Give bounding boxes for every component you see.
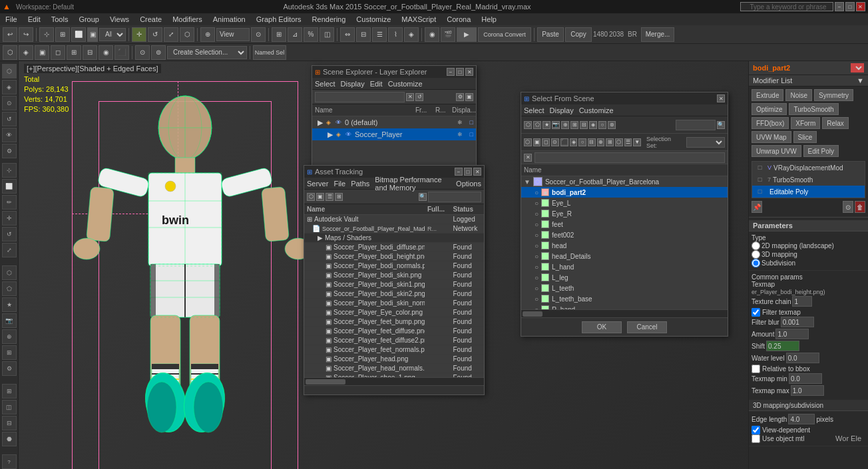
sfs-row-eye-r[interactable]: ○ Eye_R bbox=[521, 208, 728, 219]
at-cols-btn[interactable]: ⊞ bbox=[335, 193, 343, 201]
se-search-input[interactable] bbox=[315, 92, 405, 102]
at-row-maps[interactable]: ▶ Maps / Shaders bbox=[304, 234, 484, 243]
layer-btn[interactable]: ☰ bbox=[372, 27, 387, 42]
move-btn2[interactable]: ✛ bbox=[2, 211, 17, 226]
scale-btn2[interactable]: ⤢ bbox=[2, 243, 17, 257]
at-file-14[interactable]: ▣ Soccer_Player_shoe_1.png Found bbox=[304, 373, 484, 378]
at-file-6[interactable]: ▣ Soccer_Player_bodi_skin_normals.png Fo… bbox=[304, 299, 484, 308]
motion-tab[interactable]: ↺ bbox=[2, 112, 17, 126]
view-dependent-checkbox[interactable]: View-dependent bbox=[752, 426, 865, 434]
select-object-btn[interactable]: ⊹ bbox=[2, 163, 17, 178]
align-btn[interactable]: ⊟ bbox=[356, 27, 371, 42]
search-box[interactable]: Type a keyword or phrase bbox=[740, 2, 833, 11]
paint-sel-btn[interactable]: ✏ bbox=[2, 195, 17, 210]
object-color-selector[interactable] bbox=[851, 63, 864, 73]
modifier-editable-poly[interactable]: ☐ Editable Poly bbox=[752, 186, 865, 198]
at-file-5[interactable]: ▣ Soccer_Player_bodi_skin2.png Found bbox=[304, 289, 484, 299]
redo-btn[interactable]: ↪ bbox=[19, 27, 33, 42]
display-tab[interactable]: 👁 bbox=[2, 128, 17, 142]
menu-views[interactable]: Views bbox=[107, 15, 132, 23]
se-settings-btn[interactable]: ⚙ bbox=[456, 93, 464, 101]
menu-create[interactable]: Create bbox=[137, 15, 164, 23]
type-subdiv-radio[interactable]: Subdivision bbox=[752, 259, 865, 267]
maximize-btn[interactable]: □ bbox=[845, 2, 855, 11]
corona-convert-btn[interactable]: Corona Convert bbox=[478, 27, 531, 42]
select-name-btn[interactable]: ⊞ bbox=[55, 27, 70, 42]
view-dropdown[interactable]: View bbox=[216, 28, 250, 41]
utilities-tab[interactable]: ⚙ bbox=[2, 144, 17, 158]
extrude-btn[interactable]: Extrude bbox=[752, 89, 783, 101]
se-menu-display[interactable]: Display bbox=[341, 80, 365, 88]
sfs-name-search[interactable] bbox=[535, 152, 725, 163]
menu-tools[interactable]: Tools bbox=[49, 15, 71, 23]
create-sys-btn[interactable]: ⚙ bbox=[2, 361, 17, 376]
render-btn[interactable]: ▶ bbox=[457, 27, 477, 42]
sub7-btn[interactable]: ⬛ bbox=[114, 45, 129, 60]
select-filter-dropdown[interactable]: All bbox=[99, 28, 126, 41]
sfs-t12[interactable]: ☰ bbox=[624, 138, 632, 146]
texmap-min-input[interactable] bbox=[789, 373, 822, 384]
type-3d-radio[interactable]: 3D mapping bbox=[752, 250, 865, 259]
sfs-row-l-teeth[interactable]: ○ L_teeth bbox=[521, 283, 728, 293]
select-btn[interactable]: ⊹ bbox=[39, 27, 54, 42]
undo-btn[interactable]: ↩ bbox=[3, 27, 17, 42]
sfs-menu-select[interactable]: Select bbox=[524, 106, 544, 114]
modifier-vray[interactable]: ☐ V VRayDisplacementMod bbox=[752, 162, 865, 174]
sfs-row-r-hand[interactable]: ○ R_hand bbox=[521, 304, 728, 309]
sfs-geo-btn[interactable]: ⬡ bbox=[524, 121, 532, 129]
menu-help[interactable]: Help bbox=[479, 15, 499, 23]
texture-chain-input[interactable] bbox=[792, 296, 812, 307]
at-file-10[interactable]: ▣ Soccer_Player_feet_diffuse2.png Found bbox=[304, 336, 484, 345]
at-import-btn[interactable]: ⬡ bbox=[307, 193, 315, 201]
modifier-turbosmooth[interactable]: ☐ 7 TurboSmooth bbox=[752, 174, 865, 186]
sfs-close-btn[interactable]: ✕ bbox=[717, 94, 725, 102]
sfs-search-input[interactable] bbox=[676, 120, 716, 130]
sub4-btn[interactable]: ⊞ bbox=[67, 45, 81, 60]
at-row-file[interactable]: 📄 Soccer_or_Football_Player_Real_Madrid_… bbox=[304, 224, 484, 234]
schematic-btn[interactable]: ◈ bbox=[404, 27, 419, 42]
sfs-shape-btn[interactable]: ⬠ bbox=[533, 121, 541, 129]
noise-btn[interactable]: Noise bbox=[785, 89, 812, 101]
curve-editor-btn[interactable]: ⌇ bbox=[388, 27, 403, 42]
at-file-7[interactable]: ▣ Soccer_Player_Eye_color.png Found bbox=[304, 308, 484, 317]
snap-3d-btn[interactable]: ⊞ bbox=[2, 384, 17, 398]
at-file-1[interactable]: ▣ Soccer_Player_bodi_height.png Found bbox=[304, 252, 484, 261]
sub5-btn[interactable]: ⊟ bbox=[83, 45, 97, 60]
sfs-t3[interactable]: ◻ bbox=[542, 138, 550, 146]
menu-group[interactable]: Group bbox=[76, 15, 102, 23]
at-grid-btn[interactable]: ▣ bbox=[316, 193, 324, 201]
sfs-row-l-hand[interactable]: ○ L_hand bbox=[521, 261, 728, 272]
menu-rendering[interactable]: Rendering bbox=[310, 15, 349, 23]
move-btn[interactable]: ✛ bbox=[132, 27, 146, 42]
at-row-vault[interactable]: ⊞ Autodesk Vault Logged bbox=[304, 215, 484, 224]
sfs-row-l-teeth-base[interactable]: ○ L_teeth_base bbox=[521, 293, 728, 304]
turbosmooth-btn[interactable]: TurboSmooth bbox=[789, 103, 838, 115]
pivot-btn[interactable]: ⊙ bbox=[251, 27, 266, 42]
keyboard-shortcut-btn[interactable]: ? bbox=[2, 454, 17, 469]
menu-maxscript[interactable]: MAXScript bbox=[399, 15, 439, 23]
rotate-btn[interactable]: ↺ bbox=[148, 27, 162, 42]
at-file-3[interactable]: ▣ Soccer_Player_bodi_skin.png Found bbox=[304, 271, 484, 280]
pin-stack-btn[interactable]: 📌 bbox=[752, 201, 762, 213]
sfs-sel-set-dropdown[interactable] bbox=[686, 137, 725, 148]
sfs-space-btn[interactable]: ⊞ bbox=[570, 121, 578, 129]
sfs-t7[interactable]: ○ bbox=[578, 138, 586, 146]
sfs-row-eye-l[interactable]: ○ Eye_L bbox=[521, 198, 728, 208]
sfs-row-head[interactable]: ○ head bbox=[521, 240, 728, 251]
se-menu-select[interactable]: Select bbox=[315, 80, 335, 88]
angle-snap-btn[interactable]: ⊿ bbox=[288, 27, 302, 42]
se-layer-default[interactable]: ▶ ◈ 👁 0 (default) ❄ □ bbox=[312, 116, 476, 128]
scale-btn[interactable]: ⤢ bbox=[164, 27, 178, 42]
menu-customize[interactable]: Customize bbox=[353, 15, 393, 23]
edge-length-input[interactable] bbox=[788, 414, 815, 424]
sfs-search-icon[interactable]: 🔍 bbox=[717, 121, 725, 129]
sub2-btn[interactable]: ▣ bbox=[35, 45, 49, 60]
sub8-btn[interactable]: ⊙ bbox=[135, 45, 150, 60]
at-menu-bitmap[interactable]: Bitmap Performance and Memory bbox=[375, 176, 451, 192]
at-menu-server[interactable]: Server bbox=[307, 180, 328, 188]
at-minimize-btn[interactable]: − bbox=[455, 168, 463, 176]
sfs-row-feet[interactable]: ○ feet bbox=[521, 219, 728, 230]
ffdbox-btn[interactable]: FFD(box) bbox=[752, 117, 789, 129]
merge-btn[interactable]: Merge... bbox=[641, 27, 674, 42]
texmap-max-input[interactable] bbox=[791, 385, 824, 396]
